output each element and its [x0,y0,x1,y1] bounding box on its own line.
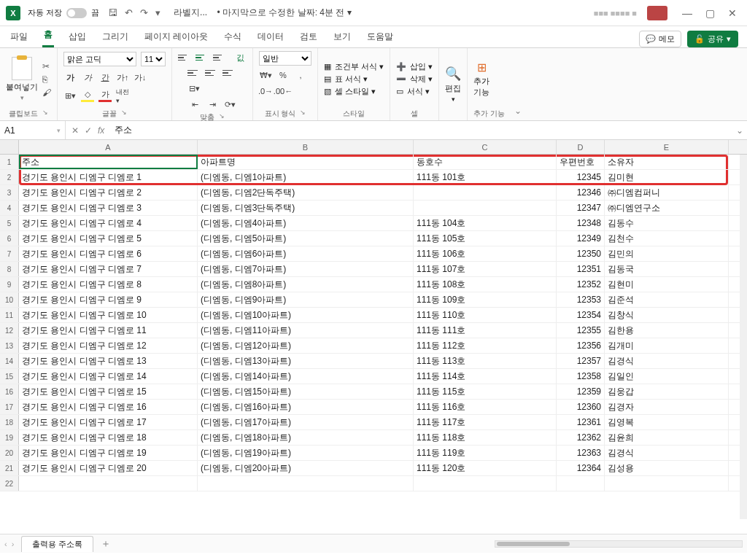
horizontal-scrollbar[interactable] [495,540,743,548]
delete-cells-button[interactable]: ➖삭제 ▾ [396,74,433,85]
row-header[interactable]: 18 [0,415,19,429]
row-header[interactable]: 22 [0,476,19,491]
cell[interactable]: 111동 110호 [414,308,557,322]
cell[interactable]: 111동 101호 [414,170,557,184]
cell[interactable]: 111동 104호 [414,216,557,230]
next-sheet-icon[interactable]: › [12,540,15,548]
cell[interactable]: 12362 [557,430,605,445]
cell[interactable]: 111동 118호 [414,430,557,445]
cell[interactable]: (디엠동, 디엠8아파트) [198,277,414,292]
cell[interactable]: 12352 [557,277,605,292]
cell[interactable]: 경기도 용인시 디엠구 디엠로 19 [19,446,198,460]
cell[interactable]: 111동 109호 [414,292,557,307]
cell[interactable]: 김웅갑 [605,384,729,399]
bold-button[interactable]: 가 [63,71,77,84]
cell[interactable]: ㈜디엠컴퍼니 [605,185,729,200]
copy-icon[interactable]: ⎘ [42,74,51,85]
cell[interactable]: 김개미 [605,338,729,353]
cell[interactable]: 김성용 [605,461,729,475]
last-modified[interactable]: • 마지막으로 수정한 날짜: 4분 전 ▾ [217,7,351,18]
cell[interactable]: 111동 115호 [414,384,557,399]
cell[interactable]: 경기도 용인시 디엠구 디엠로 9 [19,292,198,307]
cell[interactable]: 경기도 용인시 디엠구 디엠로 3 [19,201,198,215]
format-cells-button[interactable]: ▭서식 ▾ [396,86,433,97]
cell[interactable]: (디엠동, 디엠16아파트) [198,400,414,414]
minimize-icon[interactable]: — [682,7,692,19]
cell[interactable]: 경기도 용인시 디엠구 디엠로 7 [19,262,198,276]
col-header-E[interactable]: E [605,140,729,154]
conditional-format-button[interactable]: ▦조건부 서식 ▾ [324,61,384,72]
tab-formulas[interactable]: 수식 [222,26,243,47]
orientation-icon[interactable]: ⟳▾ [223,98,236,111]
comma-icon[interactable]: , [294,69,307,82]
name-box[interactable]: A1 ▾ [0,121,66,139]
fx-icon[interactable]: fx [98,125,104,136]
sheet-tab-active[interactable]: 출력용 주소록 [21,536,93,552]
cell[interactable]: 김영복 [605,415,729,429]
cut-icon[interactable]: ✂ [42,61,51,71]
cell[interactable]: 김한용 [605,323,729,338]
cell-D1[interactable]: 우편번호 [557,155,605,169]
cell[interactable]: 경기도 용인시 디엠구 디엠로 13 [19,354,198,368]
row-header[interactable]: 20 [0,446,19,460]
row-header[interactable]: 17 [0,400,19,414]
fill-color-icon[interactable]: ◇ [81,89,94,102]
cell-E1[interactable]: 소유자 [605,155,729,169]
cell[interactable]: 김동수 [605,216,729,230]
cell[interactable]: 111동 105호 [414,231,557,246]
dialog-launcher-icon[interactable]: ↘ [121,109,127,119]
cell[interactable]: 경기도 용인시 디엠구 디엠로 18 [19,430,198,445]
save-icon[interactable]: 🖫 [108,7,117,18]
cell[interactable]: (디엠동, 디엠9아파트) [198,292,414,307]
cell[interactable]: 12353 [557,292,605,307]
cell[interactable]: 경기도 용인시 디엠구 디엠로 11 [19,323,198,338]
enter-formula-icon[interactable]: ✓ [85,125,92,136]
cell[interactable]: 12359 [557,384,605,399]
cell[interactable]: 111동 117호 [414,415,557,429]
user-avatar-icon[interactable] [647,6,667,20]
underline-button[interactable]: 간 [98,71,112,84]
cell[interactable]: 김경식 [605,354,729,368]
cell[interactable]: 111동 120호 [414,461,557,475]
dialog-launcher-icon[interactable]: ↘ [219,112,225,122]
autosave-toggle[interactable]: 자동 저장 끔 [28,7,99,18]
tab-page-layout[interactable]: 페이지 레이아웃 [143,26,209,47]
row-header[interactable]: 13 [0,338,19,353]
row-header[interactable]: 10 [0,292,19,307]
col-header-D[interactable]: D [557,140,605,154]
cell[interactable] [414,201,557,215]
cell[interactable]: 111동 119호 [414,446,557,460]
user-name[interactable]: ■■■ ■■■■ ■ [594,9,637,18]
undo-icon[interactable]: ↶ [125,7,133,18]
row-header[interactable]: 12 [0,323,19,338]
formula-input[interactable]: 주소 [110,124,732,136]
cell[interactable]: 12364 [557,461,605,475]
row-header[interactable]: 8 [0,262,19,276]
cell[interactable]: 111동 111호 [414,323,557,338]
cell[interactable]: 12361 [557,415,605,429]
cell[interactable]: 김창식 [605,308,729,322]
cell[interactable]: 111동 107호 [414,262,557,276]
cell[interactable]: 경기도 용인시 디엠구 디엠로 10 [19,308,198,322]
qat-dropdown-icon[interactable]: ▾ [155,7,160,18]
align-center-icon[interactable] [205,67,220,79]
cell[interactable]: 12357 [557,354,605,368]
row-header[interactable]: 11 [0,308,19,322]
cell-styles-button[interactable]: ▧셀 스타일 ▾ [324,86,384,97]
add-sheet-icon[interactable]: ＋ [101,537,111,551]
row-header[interactable]: 15 [0,369,19,384]
row-header[interactable]: 1 [0,155,19,169]
font-color-icon[interactable]: 가 [98,89,112,102]
row-header[interactable]: 2 [0,170,19,184]
editing-button[interactable]: 🔍 편집 ▾ [445,66,461,103]
spreadsheet-grid[interactable]: A B C D E 1 주소 아파트명 동호수 우편번호 소유자 2경기도 용인… [0,140,747,534]
close-icon[interactable]: ✕ [728,7,737,19]
percent-icon[interactable]: % [276,69,290,82]
tab-home[interactable]: 홈 [42,24,54,47]
prev-sheet-icon[interactable]: ‹ [4,540,7,548]
cell[interactable]: 김경자 [605,400,729,414]
cell-A1[interactable]: 주소 [19,155,198,169]
cell[interactable]: 111동 112호 [414,338,557,353]
cell[interactable]: (디엠동, 디엠5아파트) [198,231,414,246]
cell[interactable]: 경기도 용인시 디엠구 디엠로 20 [19,461,198,475]
